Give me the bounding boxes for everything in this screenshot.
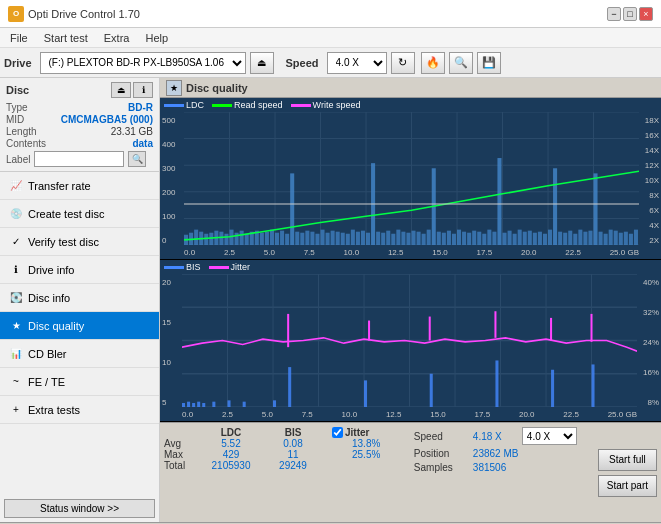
svg-rect-96 [594,173,598,245]
legend-read-color [212,104,232,107]
svg-rect-100 [614,231,618,245]
svg-rect-130 [430,374,433,407]
disc-label-btn[interactable]: 🔍 [128,151,146,167]
svg-rect-88 [553,168,557,245]
svg-rect-101 [619,233,623,245]
disc-quality-icon: ★ [8,318,24,334]
sidebar-item-disc-info[interactable]: 💽 Disc info [0,284,159,312]
sidebar-item-fe-te[interactable]: ~ FE / TE [0,368,159,396]
svg-rect-103 [629,234,633,245]
disc-info-icon[interactable]: ℹ [133,82,153,98]
speed-label: Speed [414,431,469,442]
sidebar-item-create-test-disc[interactable]: 💿 Create test disc [0,200,159,228]
legend-write-color [291,104,311,107]
speed-select[interactable]: 4.0 X [327,52,387,74]
drive-info-icon: ℹ [8,262,24,278]
sidebar-item-verify-test-disc[interactable]: ✓ Verify test disc [0,228,159,256]
app-title: Opti Drive Control 1.70 [28,8,140,20]
maximize-button[interactable]: □ [623,7,637,21]
start-part-button[interactable]: Start part [598,475,657,497]
sidebar-item-transfer-rate[interactable]: 📈 Transfer rate [0,172,159,200]
disc-contents-row: Contents data [6,138,153,149]
sidebar-item-disc-quality[interactable]: ★ Disc quality [0,312,159,340]
title-bar: O Opti Drive Control 1.70 − □ × [0,0,661,28]
chart2-wrapper: BIS Jitter 20 15 10 5 40% 32% 24% [160,260,661,422]
stats-panel: LDC BIS Jitter Avg 5.52 0.08 13.8% Max [160,422,661,522]
svg-rect-92 [573,234,577,245]
svg-rect-91 [568,231,572,245]
eject-button[interactable]: ⏏ [250,52,274,74]
disc-info-icon: 💽 [8,290,24,306]
svg-rect-55 [386,231,390,245]
disc-header: Disc ⏏ ℹ [6,82,153,98]
menu-bar: File Start test Extra Help [0,28,661,48]
disc-label-label: Label [6,154,30,165]
disc-mid-row: MID CMCMAGBA5 (000) [6,114,153,125]
sidebar-item-extra-tests[interactable]: + Extra tests [0,396,159,424]
chart1-wrapper: LDC Read speed Write speed 500 400 300 2… [160,98,661,260]
jitter-header-container: Jitter [332,427,369,438]
total-label: Total [164,460,200,471]
svg-rect-60 [412,231,416,245]
svg-rect-76 [492,232,496,245]
disc-quality-icon-header: ★ [166,80,182,96]
cd-bler-icon: 📊 [8,346,24,362]
svg-rect-129 [364,380,367,407]
disc-eject-icon[interactable]: ⏏ [111,82,131,98]
stats-total-row: Total 2105930 29249 [164,460,410,471]
menu-help[interactable]: Help [139,31,174,45]
svg-rect-63 [427,230,431,245]
svg-rect-61 [417,232,421,245]
burn-button[interactable]: 🔥 [421,52,445,74]
close-button[interactable]: × [639,7,653,21]
chart2-x-axis: 0.0 2.5 5.0 7.5 10.0 12.5 15.0 17.5 20.0… [182,410,637,419]
svg-rect-73 [477,232,481,245]
stats-table-container: LDC BIS Jitter Avg 5.52 0.08 13.8% Max [164,427,410,518]
svg-rect-77 [497,158,501,245]
menu-file[interactable]: File [4,31,34,45]
start-full-button[interactable]: Start full [598,449,657,471]
svg-rect-39 [305,231,309,245]
stats-right: Speed 4.18 X 4.0 X Position 23862 MB Sam… [414,427,594,518]
menu-start-test[interactable]: Start test [38,31,94,45]
svg-rect-81 [518,230,522,245]
nav-cd-bler-label: CD Bler [28,348,67,360]
svg-rect-34 [280,231,284,245]
svg-rect-132 [551,370,554,407]
sidebar-item-drive-info[interactable]: ℹ Drive info [0,256,159,284]
svg-rect-40 [310,232,314,245]
position-row: Position 23862 MB [414,448,594,459]
main-layout: Disc ⏏ ℹ Type BD-R MID CMCMAGBA5 (000) L… [0,78,661,522]
disc-label-input[interactable] [34,151,124,167]
svg-rect-17 [194,230,198,245]
speed-dropdown[interactable]: 4.0 X [522,427,577,445]
disc-contents-label: Contents [6,138,46,149]
nav-disc-info-label: Disc info [28,292,70,304]
save-button[interactable]: 💾 [477,52,501,74]
svg-rect-124 [212,402,215,407]
create-test-disc-icon: 💿 [8,206,24,222]
stats-buttons: Start full Start part [598,427,657,518]
svg-rect-54 [381,233,385,245]
sidebar-item-cd-bler[interactable]: 📊 CD Bler [0,340,159,368]
svg-rect-69 [457,230,461,245]
nav-extra-tests-label: Extra tests [28,404,80,416]
fe-te-icon: ~ [8,374,24,390]
legend-jitter: Jitter [209,262,251,272]
status-window-button[interactable]: Status window >> [4,499,155,518]
scan-button[interactable]: 🔍 [449,52,473,74]
svg-rect-36 [290,173,294,245]
chart1-legend: LDC Read speed Write speed [164,100,360,110]
menu-extra[interactable]: Extra [98,31,136,45]
max-ldc: 429 [200,449,262,460]
refresh-button[interactable]: ↻ [391,52,415,74]
drive-select[interactable]: (F:) PLEXTOR BD-R PX-LB950SA 1.06 [40,52,246,74]
nav-create-test-disc-label: Create test disc [28,208,104,220]
speed-value: 4.18 X [473,431,518,442]
svg-rect-59 [406,233,410,245]
svg-rect-89 [558,232,562,245]
minimize-button[interactable]: − [607,7,621,21]
disc-quality-title: Disc quality [186,82,248,94]
disc-length-row: Length 23.31 GB [6,126,153,137]
jitter-checkbox[interactable] [332,427,343,438]
